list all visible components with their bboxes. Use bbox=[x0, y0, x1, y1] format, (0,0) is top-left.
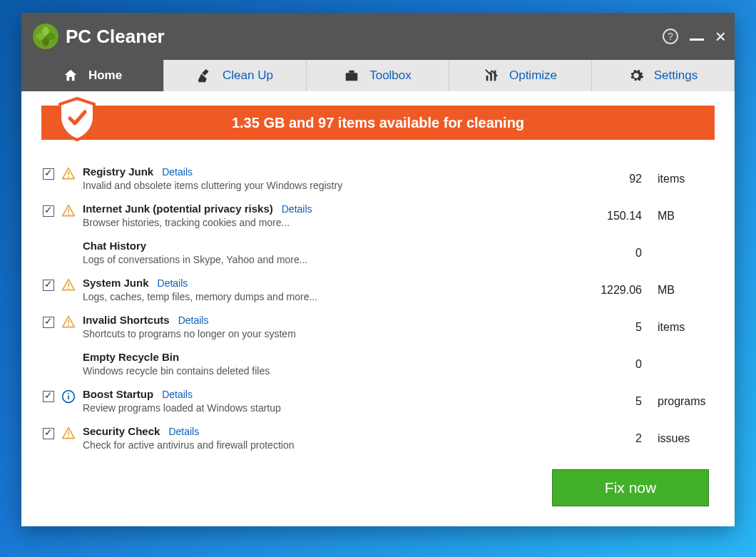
scan-results-list: Registry JunkDetailsInvalid and obsolete… bbox=[21, 147, 735, 456]
item-value: 5 bbox=[563, 314, 642, 334]
item-description: Check for active antivirus and firewall … bbox=[83, 439, 556, 451]
item-title: Boost Startup bbox=[83, 388, 153, 400]
item-text-block: Invalid ShortcutsDetailsShortcuts to pro… bbox=[83, 314, 556, 339]
tab-cleanup[interactable]: Clean Up bbox=[164, 60, 307, 91]
app-window: PC Cleaner ? × Home Clean Up Toolbox bbox=[21, 13, 735, 526]
svg-rect-17 bbox=[68, 431, 69, 435]
svg-rect-10 bbox=[68, 283, 69, 287]
item-unit: MB bbox=[649, 203, 713, 223]
svg-rect-12 bbox=[68, 320, 69, 324]
svg-rect-1 bbox=[346, 73, 358, 81]
banner-text: 1.35 GB and 97 items available for clean… bbox=[232, 115, 524, 131]
warning-icon bbox=[61, 315, 76, 329]
item-description: Windows recycle bin contains deleted fil… bbox=[83, 365, 556, 377]
window-controls: ? × bbox=[663, 27, 726, 46]
item-value: 5 bbox=[563, 388, 642, 408]
toolbox-icon bbox=[344, 68, 359, 83]
item-value: 1229.06 bbox=[563, 277, 642, 297]
tab-home[interactable]: Home bbox=[21, 60, 164, 91]
item-details-link[interactable]: Details bbox=[158, 277, 188, 289]
item-title: Internet Junk (potential privacy risks) bbox=[83, 203, 273, 215]
action-area: Fix now bbox=[21, 456, 735, 506]
svg-rect-8 bbox=[68, 209, 69, 213]
item-checkbox[interactable] bbox=[43, 205, 54, 217]
tab-label: Home bbox=[88, 68, 122, 83]
scan-item-row: Security CheckDetailsCheck for active an… bbox=[43, 419, 713, 456]
item-value: 2 bbox=[563, 425, 642, 445]
item-text-block: Chat HistoryLogs of conversations in Sky… bbox=[83, 240, 556, 265]
item-description: Logs of conversations in Skype, Yahoo an… bbox=[83, 254, 556, 265]
content-area: 1.35 GB and 97 items available for clean… bbox=[21, 91, 735, 526]
tab-toolbox[interactable]: Toolbox bbox=[307, 60, 449, 91]
svg-rect-16 bbox=[68, 393, 69, 394]
gear-icon bbox=[628, 68, 644, 83]
scan-item-row: Registry JunkDetailsInvalid and obsolete… bbox=[43, 160, 713, 197]
scan-item-row: Empty Recycle BinWindows recycle bin con… bbox=[43, 345, 713, 382]
chart-icon bbox=[484, 68, 499, 83]
item-checkbox[interactable] bbox=[43, 428, 54, 439]
item-details-link[interactable]: Details bbox=[162, 166, 193, 178]
tab-label: Optimize bbox=[509, 68, 557, 83]
item-unit: MB bbox=[649, 277, 713, 297]
svg-rect-7 bbox=[68, 176, 69, 178]
item-description: Browser histories, tracking cookies and … bbox=[83, 217, 556, 228]
banner-wrap: 1.35 GB and 97 items available for clean… bbox=[21, 91, 735, 147]
item-unit bbox=[649, 351, 713, 358]
scan-item-row: Chat HistoryLogs of conversations in Sky… bbox=[43, 234, 713, 271]
item-checkbox[interactable] bbox=[43, 280, 54, 291]
scan-item-row: Invalid ShortcutsDetailsShortcuts to pro… bbox=[43, 308, 713, 345]
scan-item-row: System JunkDetailsLogs, caches, temp fil… bbox=[43, 271, 713, 308]
tab-label: Toolbox bbox=[369, 68, 412, 83]
fix-now-button[interactable]: Fix now bbox=[552, 469, 709, 506]
item-title: System Junk bbox=[83, 277, 149, 289]
svg-rect-13 bbox=[68, 325, 69, 326]
item-details-link[interactable]: Details bbox=[178, 315, 209, 326]
tab-label: Clean Up bbox=[223, 68, 273, 83]
item-details-link[interactable]: Details bbox=[162, 389, 193, 400]
minimize-button[interactable] bbox=[690, 38, 704, 41]
item-unit: items bbox=[649, 314, 713, 334]
svg-rect-5 bbox=[494, 71, 496, 81]
item-text-block: Registry JunkDetailsInvalid and obsolete… bbox=[83, 165, 556, 191]
item-details-link[interactable]: Details bbox=[168, 426, 199, 437]
scan-item-row: Internet Junk (potential privacy risks)D… bbox=[43, 197, 713, 234]
item-unit: issues bbox=[649, 425, 713, 445]
item-description: Invalid and obsolete items cluttering yo… bbox=[83, 180, 556, 191]
tab-optimize[interactable]: Optimize bbox=[449, 60, 592, 91]
leaf-logo-icon bbox=[31, 22, 60, 51]
app-title: PC Cleaner bbox=[66, 26, 165, 48]
item-text-block: Empty Recycle BinWindows recycle bin con… bbox=[83, 351, 556, 377]
item-description: Shortcuts to programs no longer on your … bbox=[83, 328, 556, 339]
status-banner: 1.35 GB and 97 items available for clean… bbox=[41, 106, 715, 140]
titlebar: PC Cleaner ? × bbox=[21, 13, 735, 60]
home-icon bbox=[63, 68, 78, 83]
item-checkbox[interactable] bbox=[43, 391, 54, 402]
scan-item-row: Boost StartupDetailsReview programs load… bbox=[43, 382, 713, 419]
warning-icon bbox=[61, 167, 76, 181]
tab-label: Settings bbox=[654, 68, 698, 83]
item-checkbox[interactable] bbox=[43, 317, 54, 328]
svg-rect-3 bbox=[486, 76, 489, 81]
warning-icon bbox=[61, 204, 76, 218]
info-icon bbox=[61, 389, 76, 404]
help-button[interactable]: ? bbox=[663, 29, 678, 44]
item-checkbox[interactable] bbox=[43, 168, 54, 180]
item-description: Logs, caches, temp files, memory dumps a… bbox=[83, 291, 556, 302]
svg-rect-6 bbox=[68, 172, 69, 175]
tab-settings[interactable]: Settings bbox=[592, 60, 735, 91]
item-description: Review programs loaded at Windows startu… bbox=[83, 402, 556, 414]
item-title: Chat History bbox=[83, 240, 146, 252]
item-value: 150.14 bbox=[563, 203, 642, 223]
item-unit bbox=[649, 240, 713, 247]
item-value: 0 bbox=[563, 240, 642, 260]
item-text-block: System JunkDetailsLogs, caches, temp fil… bbox=[83, 277, 556, 302]
close-button[interactable]: × bbox=[715, 27, 726, 46]
broom-icon bbox=[197, 68, 213, 83]
item-value: 92 bbox=[563, 165, 642, 185]
svg-rect-18 bbox=[68, 436, 69, 437]
item-text-block: Boost StartupDetailsReview programs load… bbox=[83, 388, 556, 414]
item-details-link[interactable]: Details bbox=[282, 203, 312, 215]
item-title: Security Check bbox=[83, 425, 160, 437]
app-logo: PC Cleaner bbox=[31, 22, 165, 51]
svg-rect-4 bbox=[490, 73, 492, 81]
